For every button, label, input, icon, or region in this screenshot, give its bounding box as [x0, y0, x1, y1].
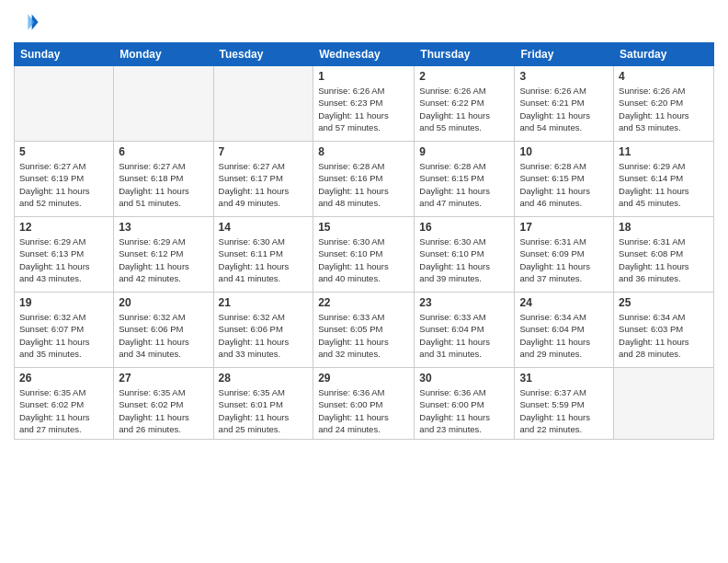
calendar-day-cell: 29Sunrise: 6:36 AM Sunset: 6:00 PM Dayli… [313, 368, 415, 440]
calendar-week-row: 12Sunrise: 6:29 AM Sunset: 6:13 PM Dayli… [15, 217, 714, 293]
day-number: 2 [419, 70, 509, 83]
day-info: Sunrise: 6:32 AM Sunset: 6:07 PM Dayligh… [19, 311, 108, 360]
day-info: Sunrise: 6:29 AM Sunset: 6:13 PM Dayligh… [19, 236, 108, 284]
calendar-day-cell [614, 368, 714, 440]
day-number: 5 [19, 145, 108, 158]
day-info: Sunrise: 6:36 AM Sunset: 6:00 PM Dayligh… [318, 386, 409, 435]
day-number: 14 [219, 221, 309, 234]
calendar: SundayMondayTuesdayWednesdayThursdayFrid… [14, 42, 714, 440]
day-info: Sunrise: 6:27 AM Sunset: 6:18 PM Dayligh… [119, 160, 208, 209]
day-number: 30 [419, 372, 509, 385]
day-number: 18 [619, 221, 709, 234]
day-number: 15 [318, 221, 409, 234]
day-info: Sunrise: 6:36 AM Sunset: 6:00 PM Dayligh… [419, 386, 509, 435]
calendar-day-cell: 20Sunrise: 6:32 AM Sunset: 6:06 PM Dayli… [114, 293, 213, 368]
day-number: 20 [119, 296, 208, 309]
day-number: 27 [119, 372, 208, 385]
calendar-week-row: 26Sunrise: 6:35 AM Sunset: 6:02 PM Dayli… [15, 368, 714, 440]
calendar-day-cell: 8Sunrise: 6:28 AM Sunset: 6:16 PM Daylig… [313, 142, 415, 217]
calendar-day-cell: 5Sunrise: 6:27 AM Sunset: 6:19 PM Daylig… [15, 142, 114, 217]
calendar-day-cell: 21Sunrise: 6:32 AM Sunset: 6:06 PM Dayli… [213, 293, 313, 368]
day-of-week-header: Thursday [415, 43, 515, 66]
calendar-day-cell: 16Sunrise: 6:30 AM Sunset: 6:10 PM Dayli… [415, 217, 515, 293]
calendar-day-cell: 27Sunrise: 6:35 AM Sunset: 6:02 PM Dayli… [114, 368, 213, 440]
day-info: Sunrise: 6:35 AM Sunset: 6:01 PM Dayligh… [219, 386, 309, 435]
day-number: 21 [219, 296, 309, 309]
calendar-day-cell: 18Sunrise: 6:31 AM Sunset: 6:08 PM Dayli… [614, 217, 714, 293]
calendar-week-row: 1Sunrise: 6:26 AM Sunset: 6:23 PM Daylig… [15, 66, 714, 142]
calendar-day-cell: 15Sunrise: 6:30 AM Sunset: 6:10 PM Dayli… [313, 217, 415, 293]
calendar-day-cell: 10Sunrise: 6:28 AM Sunset: 6:15 PM Dayli… [515, 142, 614, 217]
calendar-day-cell: 30Sunrise: 6:36 AM Sunset: 6:00 PM Dayli… [415, 368, 515, 440]
day-info: Sunrise: 6:31 AM Sunset: 6:09 PM Dayligh… [519, 236, 609, 284]
day-info: Sunrise: 6:26 AM Sunset: 6:22 PM Dayligh… [419, 85, 509, 133]
day-info: Sunrise: 6:35 AM Sunset: 6:02 PM Dayligh… [119, 386, 208, 435]
calendar-day-cell: 14Sunrise: 6:30 AM Sunset: 6:11 PM Dayli… [213, 217, 313, 293]
day-of-week-header: Wednesday [313, 43, 415, 66]
calendar-day-cell: 23Sunrise: 6:33 AM Sunset: 6:04 PM Dayli… [415, 293, 515, 368]
day-of-week-header: Sunday [15, 43, 114, 66]
day-number: 8 [318, 145, 409, 158]
day-number: 28 [219, 372, 309, 385]
day-number: 4 [619, 70, 709, 83]
day-info: Sunrise: 6:26 AM Sunset: 6:23 PM Dayligh… [318, 85, 409, 133]
calendar-day-cell: 25Sunrise: 6:34 AM Sunset: 6:03 PM Dayli… [614, 293, 714, 368]
day-of-week-header: Tuesday [213, 43, 313, 66]
day-info: Sunrise: 6:29 AM Sunset: 6:14 PM Dayligh… [619, 160, 709, 209]
day-info: Sunrise: 6:28 AM Sunset: 6:15 PM Dayligh… [519, 160, 609, 209]
day-of-week-header: Friday [515, 43, 614, 66]
day-info: Sunrise: 6:34 AM Sunset: 6:03 PM Dayligh… [619, 311, 709, 360]
calendar-week-row: 5Sunrise: 6:27 AM Sunset: 6:19 PM Daylig… [15, 142, 714, 217]
day-number: 23 [419, 296, 509, 309]
day-number: 16 [419, 221, 509, 234]
day-info: Sunrise: 6:27 AM Sunset: 6:17 PM Dayligh… [219, 160, 309, 209]
calendar-day-cell: 4Sunrise: 6:26 AM Sunset: 6:20 PM Daylig… [614, 66, 714, 142]
calendar-day-cell: 9Sunrise: 6:28 AM Sunset: 6:15 PM Daylig… [415, 142, 515, 217]
day-of-week-header: Saturday [614, 43, 714, 66]
day-number: 22 [318, 296, 409, 309]
day-info: Sunrise: 6:34 AM Sunset: 6:04 PM Dayligh… [519, 311, 609, 360]
day-number: 17 [519, 221, 609, 234]
calendar-day-cell: 17Sunrise: 6:31 AM Sunset: 6:09 PM Dayli… [515, 217, 614, 293]
calendar-header-row: SundayMondayTuesdayWednesdayThursdayFrid… [15, 43, 714, 66]
day-info: Sunrise: 6:26 AM Sunset: 6:21 PM Dayligh… [519, 85, 609, 133]
day-number: 31 [519, 372, 609, 385]
day-number: 24 [519, 296, 609, 309]
calendar-day-cell: 19Sunrise: 6:32 AM Sunset: 6:07 PM Dayli… [15, 293, 114, 368]
day-info: Sunrise: 6:28 AM Sunset: 6:16 PM Dayligh… [318, 160, 409, 209]
day-number: 6 [119, 145, 208, 158]
calendar-day-cell: 12Sunrise: 6:29 AM Sunset: 6:13 PM Dayli… [15, 217, 114, 293]
day-info: Sunrise: 6:27 AM Sunset: 6:19 PM Dayligh… [19, 160, 108, 209]
day-number: 26 [19, 372, 108, 385]
calendar-day-cell: 24Sunrise: 6:34 AM Sunset: 6:04 PM Dayli… [515, 293, 614, 368]
calendar-day-cell: 6Sunrise: 6:27 AM Sunset: 6:18 PM Daylig… [114, 142, 213, 217]
day-info: Sunrise: 6:28 AM Sunset: 6:15 PM Dayligh… [419, 160, 509, 209]
day-info: Sunrise: 6:26 AM Sunset: 6:20 PM Dayligh… [619, 85, 709, 133]
day-info: Sunrise: 6:33 AM Sunset: 6:04 PM Dayligh… [419, 311, 509, 360]
calendar-day-cell: 11Sunrise: 6:29 AM Sunset: 6:14 PM Dayli… [614, 142, 714, 217]
day-number: 29 [318, 372, 409, 385]
logo [14, 9, 43, 35]
calendar-day-cell: 2Sunrise: 6:26 AM Sunset: 6:22 PM Daylig… [415, 66, 515, 142]
calendar-day-cell: 13Sunrise: 6:29 AM Sunset: 6:12 PM Dayli… [114, 217, 213, 293]
day-info: Sunrise: 6:32 AM Sunset: 6:06 PM Dayligh… [119, 311, 208, 360]
day-number: 7 [219, 145, 309, 158]
day-number: 11 [619, 145, 709, 158]
calendar-day-cell: 22Sunrise: 6:33 AM Sunset: 6:05 PM Dayli… [313, 293, 415, 368]
page-header [14, 9, 714, 35]
day-info: Sunrise: 6:30 AM Sunset: 6:10 PM Dayligh… [318, 236, 409, 284]
day-info: Sunrise: 6:29 AM Sunset: 6:12 PM Dayligh… [119, 236, 208, 284]
calendar-day-cell: 28Sunrise: 6:35 AM Sunset: 6:01 PM Dayli… [213, 368, 313, 440]
calendar-day-cell: 3Sunrise: 6:26 AM Sunset: 6:21 PM Daylig… [515, 66, 614, 142]
day-info: Sunrise: 6:33 AM Sunset: 6:05 PM Dayligh… [318, 311, 409, 360]
calendar-day-cell [114, 66, 213, 142]
day-number: 10 [519, 145, 609, 158]
calendar-week-row: 19Sunrise: 6:32 AM Sunset: 6:07 PM Dayli… [15, 293, 714, 368]
day-number: 12 [19, 221, 108, 234]
calendar-day-cell: 1Sunrise: 6:26 AM Sunset: 6:23 PM Daylig… [313, 66, 415, 142]
logo-icon [14, 9, 40, 35]
day-info: Sunrise: 6:32 AM Sunset: 6:06 PM Dayligh… [219, 311, 309, 360]
day-number: 3 [519, 70, 609, 83]
calendar-day-cell [15, 66, 114, 142]
day-info: Sunrise: 6:37 AM Sunset: 5:59 PM Dayligh… [519, 386, 609, 435]
